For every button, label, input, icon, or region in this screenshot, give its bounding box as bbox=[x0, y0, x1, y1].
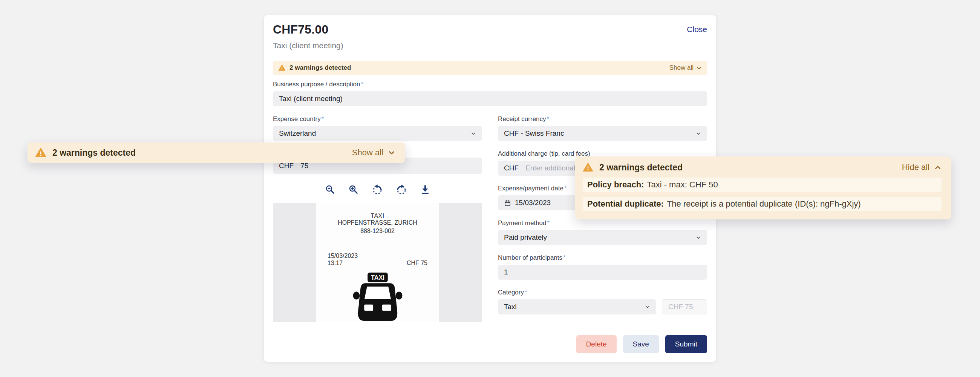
business-purpose-input[interactable]: Taxi (client meeting) bbox=[273, 91, 707, 106]
modal-header: CHF75.00 Close bbox=[273, 22, 707, 37]
payment-method-value: Paid privately bbox=[504, 233, 547, 242]
warnings-popover-header: 2 warnings detected Hide all bbox=[583, 162, 942, 173]
receipt-image: TAXI HOPFENSTRASSE, ZURICH 888-123-002 1… bbox=[316, 203, 439, 322]
rotate-right-icon[interactable] bbox=[396, 184, 407, 195]
download-icon[interactable] bbox=[420, 185, 430, 195]
label-text: Business purpose / description bbox=[273, 81, 360, 88]
receipt-merchant: TAXI bbox=[316, 213, 439, 220]
participants-value: 1 bbox=[504, 268, 508, 276]
warnings-banner: 2 warnings detected Show all bbox=[273, 61, 707, 75]
category-field: Category* Taxi CHF 75 bbox=[498, 289, 707, 314]
show-all-button[interactable]: Show all bbox=[352, 148, 395, 157]
receipt-viewer-toolbar bbox=[273, 184, 482, 195]
required-marker: * bbox=[563, 254, 566, 261]
label-text: Expense/payment date bbox=[498, 185, 563, 192]
required-marker: * bbox=[525, 289, 527, 296]
warnings-banner-text: 2 warnings detected bbox=[290, 64, 351, 72]
hide-all-label: Hide all bbox=[902, 162, 929, 172]
chevron-down-icon bbox=[696, 65, 702, 71]
warning-item-policy-breach: Policy breach: Taxi - max: CHF 50 bbox=[583, 178, 942, 192]
receipt-date: 15/03/2023 bbox=[328, 253, 358, 259]
required-marker: * bbox=[361, 81, 364, 88]
category-amount-value: CHF 75 bbox=[668, 303, 693, 311]
receipt-phone: 888-123-002 bbox=[316, 228, 439, 234]
warning-detail: The receipt is a potential duplicate (ID… bbox=[667, 199, 861, 209]
participants-field: Number of participants* 1 bbox=[498, 254, 707, 280]
receipt-viewer[interactable]: TAXI HOPFENSTRASSE, ZURICH 888-123-002 1… bbox=[273, 203, 482, 322]
chevron-down-icon bbox=[696, 131, 701, 136]
banner-show-all-button[interactable]: Show all bbox=[670, 64, 702, 72]
label-text: Expense country bbox=[273, 115, 321, 122]
label-text: Payment method bbox=[498, 220, 547, 227]
required-marker: * bbox=[564, 185, 567, 192]
participants-label: Number of participants* bbox=[498, 254, 707, 262]
chevron-down-icon bbox=[645, 304, 650, 310]
receipt-currency-select[interactable]: CHF - Swiss Franc bbox=[498, 126, 707, 141]
receipt-time: 13:17 bbox=[328, 260, 343, 267]
label-text: Additional charge (tip, card fees) bbox=[498, 150, 590, 157]
required-marker: * bbox=[547, 220, 550, 227]
receipt-currency-value: CHF - Swiss Franc bbox=[504, 129, 564, 138]
warnings-count-text: 2 warnings detected bbox=[599, 162, 682, 173]
expense-country-select[interactable]: Switzerland bbox=[273, 126, 482, 141]
category-select[interactable]: Taxi bbox=[498, 299, 656, 314]
rotate-left-icon[interactable] bbox=[372, 184, 383, 195]
receipt-amount-value: 75 bbox=[301, 162, 308, 170]
show-all-label: Show all bbox=[352, 148, 383, 157]
chevron-down-icon bbox=[696, 235, 701, 240]
warning-detail: Taxi - max: CHF 50 bbox=[647, 180, 718, 189]
receipt-address: HOPFENSTRASSE, ZURICH bbox=[316, 220, 439, 226]
receipt-currency-field: Receipt currency* CHF - Swiss Franc bbox=[498, 115, 707, 141]
close-button[interactable]: Close bbox=[687, 22, 707, 34]
calendar-icon bbox=[504, 199, 511, 207]
receipt-amount: CHF 75 bbox=[407, 260, 428, 267]
label-text: Number of participants bbox=[498, 254, 562, 261]
warnings-count-text: 2 warnings detected bbox=[52, 148, 136, 158]
required-marker: * bbox=[547, 115, 550, 122]
save-button[interactable]: Save bbox=[623, 335, 659, 353]
form-right-column: Receipt currency* CHF - Swiss Franc Addi… bbox=[498, 115, 707, 323]
label-text: Category bbox=[498, 289, 524, 296]
participants-input[interactable]: 1 bbox=[498, 265, 707, 280]
required-marker: * bbox=[321, 115, 324, 122]
delete-button[interactable]: Delete bbox=[576, 335, 617, 353]
hide-all-button[interactable]: Hide all bbox=[902, 162, 942, 172]
zoom-out-icon[interactable] bbox=[325, 185, 336, 195]
expense-date-value: 15/03/2023 bbox=[515, 199, 551, 207]
warnings-tooltip-collapsed: 2 warnings detected Show all bbox=[27, 143, 405, 163]
currency-prefix: CHF bbox=[504, 164, 519, 172]
expense-amount-title: CHF75.00 bbox=[273, 22, 328, 37]
warning-icon bbox=[278, 64, 286, 72]
receipt-currency-label: Receipt currency* bbox=[498, 115, 707, 123]
warning-icon bbox=[583, 162, 593, 173]
taxi-icon: TAXI bbox=[349, 272, 406, 321]
category-label: Category* bbox=[498, 289, 707, 296]
payment-method-select[interactable]: Paid privately bbox=[498, 230, 707, 245]
expense-country-field: Expense country* Switzerland bbox=[273, 115, 482, 141]
expense-country-label: Expense country* bbox=[273, 115, 482, 123]
payment-method-label: Payment method* bbox=[498, 220, 707, 227]
chevron-down-icon bbox=[388, 149, 395, 156]
warning-icon bbox=[35, 147, 46, 158]
banner-show-all-label: Show all bbox=[670, 64, 694, 72]
business-purpose-label: Business purpose / description* bbox=[273, 81, 707, 88]
modal-footer: Delete Save Submit bbox=[576, 335, 707, 353]
chevron-up-icon bbox=[934, 164, 942, 171]
receipt-time-amount-row: 13:17 CHF 75 bbox=[328, 260, 428, 267]
label-text: Receipt currency bbox=[498, 115, 546, 122]
warning-title: Policy breach: bbox=[587, 180, 644, 189]
currency-prefix: CHF bbox=[279, 162, 294, 170]
expense-country-value: Switzerland bbox=[279, 129, 316, 138]
business-purpose-field: Business purpose / description* Taxi (cl… bbox=[273, 81, 707, 106]
warnings-popover-expanded: 2 warnings detected Hide all Policy brea… bbox=[575, 156, 951, 220]
chevron-down-icon bbox=[471, 131, 476, 136]
payment-method-field: Payment method* Paid privately bbox=[498, 220, 707, 245]
zoom-in-icon[interactable] bbox=[348, 185, 359, 195]
category-value: Taxi bbox=[504, 303, 517, 311]
expense-subtitle: Taxi (client meeting) bbox=[273, 41, 707, 50]
warning-title: Potential duplicate: bbox=[587, 199, 664, 209]
submit-button[interactable]: Submit bbox=[665, 335, 707, 353]
business-purpose-value: Taxi (client meeting) bbox=[279, 95, 343, 103]
category-amount-display: CHF 75 bbox=[662, 299, 707, 314]
svg-text:TAXI: TAXI bbox=[371, 274, 384, 281]
